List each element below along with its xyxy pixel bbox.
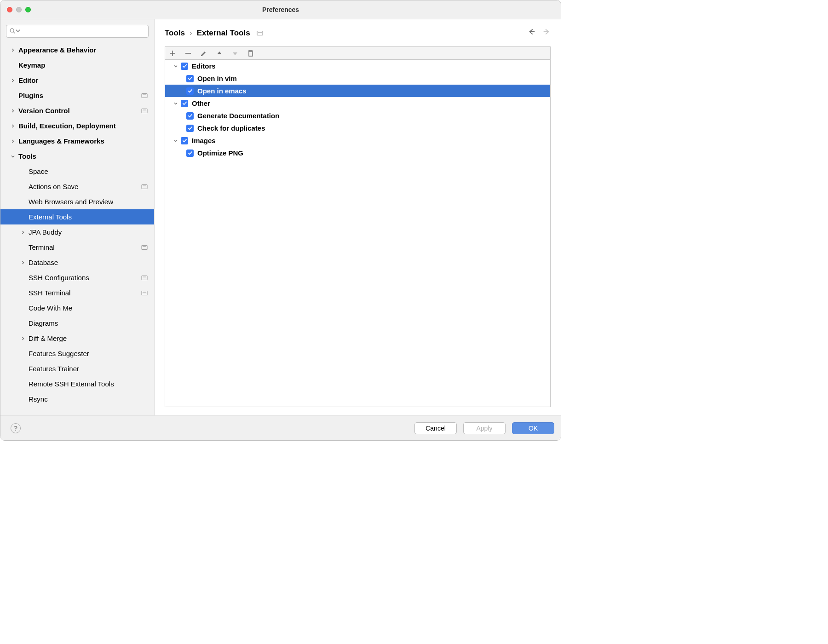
sidebar-item[interactable]: External Tools	[0, 209, 154, 224]
sidebar-item-label: External Tools	[29, 213, 154, 221]
row-label: Other	[192, 99, 210, 107]
settings-tree[interactable]: Appearance & BehaviorKeymapEditorPlugins…	[0, 41, 154, 415]
sidebar-item-label: Terminal	[29, 243, 141, 251]
move-down-button[interactable]	[231, 50, 239, 57]
search-input[interactable]	[6, 25, 149, 38]
apply-button[interactable]: Apply	[463, 422, 506, 434]
svg-rect-8	[142, 245, 147, 249]
current-project-badge-icon	[257, 30, 263, 36]
sidebar-item-label: Appearance & Behavior	[18, 46, 154, 54]
sidebar-item[interactable]: Editor	[0, 73, 154, 88]
svg-rect-11	[143, 276, 146, 277]
breadcrumb-leaf: External Tools	[197, 29, 250, 38]
sidebar-item[interactable]: Build, Execution, Deployment	[0, 118, 154, 133]
help-button[interactable]: ?	[11, 423, 21, 433]
svg-rect-7	[143, 185, 146, 186]
add-button[interactable]	[169, 50, 176, 57]
disclosure-down-icon	[172, 138, 179, 143]
sidebar-item[interactable]: Terminal	[0, 240, 154, 255]
current-project-badge-icon	[141, 275, 148, 281]
copy-button[interactable]	[247, 50, 254, 57]
sidebar-item[interactable]: Web Browsers and Preview	[0, 194, 154, 209]
tool-item-row[interactable]: Optimize PNG	[165, 147, 550, 159]
disclosure-down-icon	[172, 101, 179, 106]
checkbox[interactable]	[181, 137, 188, 144]
disclosure-right-icon	[10, 109, 16, 113]
dialog-footer: ? Cancel Apply OK	[0, 415, 561, 440]
ok-button[interactable]: OK	[512, 422, 554, 434]
tool-group-row[interactable]: Editors	[165, 60, 550, 72]
sidebar-item[interactable]: Tools	[0, 149, 154, 164]
move-up-button[interactable]	[216, 50, 223, 57]
checkbox[interactable]	[186, 150, 194, 157]
sidebar-item[interactable]: Rsync	[0, 391, 154, 407]
svg-rect-3	[143, 94, 146, 95]
svg-point-0	[10, 29, 14, 32]
sidebar-item-label: Rsync	[29, 395, 154, 403]
svg-rect-14	[257, 31, 263, 35]
disclosure-down-icon	[10, 154, 16, 159]
sidebar-item[interactable]: JPA Buddy	[0, 224, 154, 240]
svg-rect-12	[142, 291, 147, 295]
tool-item-row[interactable]: Open in vim	[165, 72, 550, 85]
row-label: Images	[192, 137, 216, 144]
sidebar-item[interactable]: SSH Configurations	[0, 270, 154, 285]
sidebar-item[interactable]: Diagrams	[0, 316, 154, 331]
sidebar-item[interactable]: Features Suggester	[0, 346, 154, 361]
checkbox[interactable]	[186, 87, 194, 95]
sidebar-item-label: Editor	[18, 76, 154, 84]
row-label: Generate Documentation	[197, 112, 279, 120]
tool-group-row[interactable]: Images	[165, 134, 550, 147]
sidebar-item[interactable]: Languages & Frameworks	[0, 133, 154, 149]
sidebar-item-label: Plugins	[18, 92, 141, 99]
row-label: Editors	[192, 62, 216, 70]
tool-item-row[interactable]: Open in emacs	[165, 85, 550, 97]
edit-button[interactable]	[200, 50, 207, 57]
checkbox[interactable]	[181, 100, 188, 107]
tool-group-row[interactable]: Other	[165, 97, 550, 109]
tool-item-row[interactable]: Check for duplicates	[165, 122, 550, 134]
row-label: Open in emacs	[197, 87, 247, 95]
external-tools-panel: EditorsOpen in vimOpen in emacsOtherGene…	[165, 46, 551, 407]
sidebar-item[interactable]: Diff & Merge	[0, 331, 154, 346]
svg-rect-16	[249, 52, 253, 56]
current-project-badge-icon	[141, 245, 148, 250]
breadcrumb-root[interactable]: Tools	[165, 29, 185, 38]
current-project-badge-icon	[141, 290, 148, 296]
breadcrumb: Tools › External Tools	[165, 28, 551, 38]
sidebar-item[interactable]: Remote SSH External Tools	[0, 376, 154, 391]
svg-rect-5	[143, 109, 146, 110]
search-options-chevron-icon[interactable]	[15, 28, 21, 35]
sidebar-item[interactable]: Keymap	[0, 58, 154, 73]
nav-back-button[interactable]	[528, 28, 536, 38]
sidebar-item[interactable]: Code With Me	[0, 300, 154, 316]
sidebar-item[interactable]: Actions on Save	[0, 179, 154, 194]
window-title: Preferences	[0, 6, 561, 13]
sidebar-item-label: Diff & Merge	[29, 334, 154, 342]
sidebar-item[interactable]: Space	[0, 164, 154, 179]
checkbox[interactable]	[186, 112, 194, 120]
sidebar-item[interactable]: Database	[0, 255, 154, 270]
sidebar-item[interactable]: Features Trainer	[0, 361, 154, 376]
sidebar-item[interactable]: Version Control	[0, 103, 154, 118]
sidebar-item[interactable]: SSH Terminal	[0, 285, 154, 300]
sidebar-item-label: Actions on Save	[29, 183, 141, 190]
tools-tree[interactable]: EditorsOpen in vimOpen in emacsOtherGene…	[165, 60, 550, 407]
tool-item-row[interactable]: Generate Documentation	[165, 109, 550, 122]
sidebar-item-label: Database	[29, 259, 154, 266]
svg-rect-6	[142, 184, 147, 189]
checkbox[interactable]	[181, 63, 188, 70]
sidebar-item[interactable]: Plugins	[0, 88, 154, 103]
row-label: Optimize PNG	[197, 149, 243, 157]
svg-rect-4	[142, 109, 147, 113]
sidebar-item-label: Web Browsers and Preview	[29, 198, 154, 206]
current-project-badge-icon	[141, 93, 148, 98]
cancel-button[interactable]: Cancel	[414, 422, 457, 434]
disclosure-right-icon	[10, 139, 16, 144]
disclosure-right-icon	[20, 260, 26, 265]
row-label: Open in vim	[197, 75, 237, 82]
sidebar-item[interactable]: Appearance & Behavior	[0, 42, 154, 58]
remove-button[interactable]	[184, 50, 192, 57]
checkbox[interactable]	[186, 125, 194, 132]
checkbox[interactable]	[186, 75, 194, 82]
